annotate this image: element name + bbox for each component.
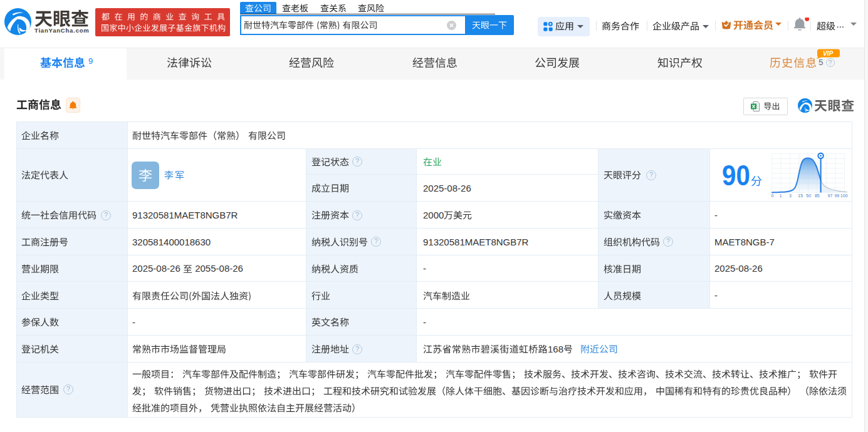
svg-text:1: 1 <box>780 193 782 197</box>
svg-text:3: 3 <box>789 193 792 197</box>
svg-text:VIP: VIP <box>823 49 833 56</box>
svg-text:85: 85 <box>815 193 820 197</box>
svg-text:97: 97 <box>828 193 833 197</box>
svg-text:50: 50 <box>806 193 811 197</box>
svg-text:99: 99 <box>834 193 839 197</box>
svg-text:100: 100 <box>840 193 848 197</box>
svg-text:0: 0 <box>771 193 774 197</box>
svg-text:15: 15 <box>798 193 803 197</box>
